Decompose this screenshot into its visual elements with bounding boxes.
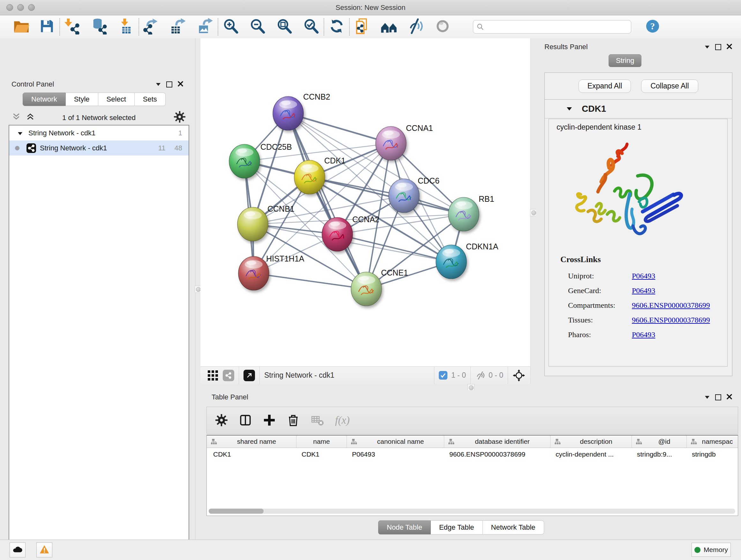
zoom-fit-button[interactable]	[275, 17, 293, 36]
node-CCNE1[interactable]	[351, 272, 382, 306]
node-CDC6[interactable]	[389, 179, 419, 212]
attribute-icon	[690, 438, 697, 445]
node-CCNA1[interactable]	[376, 126, 406, 160]
panel-float-icon[interactable]	[715, 44, 721, 50]
export-image-button[interactable]	[196, 17, 214, 36]
expand-collapse-bar: Expand All Collapse All	[544, 72, 732, 100]
attribute-icon	[636, 438, 642, 445]
node-HIST1H1A[interactable]	[239, 256, 269, 290]
crosslink-label: Compartments:	[568, 298, 632, 313]
panel-float-icon[interactable]	[166, 81, 172, 87]
export-network-button[interactable]	[142, 17, 161, 36]
zoom-in-button[interactable]	[221, 17, 240, 36]
network-view-share-icon[interactable]	[223, 370, 234, 381]
detach-view-icon[interactable]	[244, 370, 255, 381]
node-CDC25B[interactable]	[229, 144, 260, 178]
node-label: CDC25B	[260, 142, 292, 151]
memory-label: Memory	[704, 546, 728, 554]
column-header[interactable]: database identifier	[444, 435, 550, 448]
results-panel: Results Panel String Expand All Collapse…	[536, 38, 741, 384]
cloud-status-button[interactable]	[10, 543, 25, 557]
tab-network[interactable]: Network	[23, 92, 66, 106]
node-CCNB1[interactable]	[238, 207, 268, 241]
tab-style[interactable]: Style	[66, 92, 98, 106]
search-field[interactable]	[473, 20, 631, 34]
scrollbar-thumb[interactable]	[209, 509, 264, 514]
edge[interactable]	[288, 113, 391, 143]
import-table-button[interactable]	[117, 17, 135, 36]
collapse-all-button[interactable]: Collapse All	[641, 79, 698, 93]
open-session-button[interactable]	[12, 17, 30, 36]
panel-close-icon[interactable]	[727, 44, 732, 51]
node-CCNB2[interactable]	[273, 97, 304, 130]
column-header[interactable]: namespac	[687, 435, 738, 448]
network-collection-row[interactable]: String Network - cdk1 1	[9, 125, 189, 140]
export-table-button[interactable]	[169, 17, 188, 36]
crosslink-link[interactable]: P06493	[632, 272, 655, 280]
expand-all-tree-icon[interactable]	[26, 112, 35, 122]
node-CDKN1A[interactable]	[436, 245, 467, 279]
tab-edge-table[interactable]: Edge Table	[431, 520, 483, 535]
column-header[interactable]: canonical name	[347, 435, 444, 448]
collapse-all-tree-icon[interactable]	[12, 112, 20, 122]
panel-menu-icon[interactable]	[704, 44, 710, 50]
table-row[interactable]: CDK1 CDK1 P06493 9606.ENSP00000378699 cy…	[207, 448, 738, 458]
refresh-button[interactable]	[327, 17, 346, 36]
crosslink-link[interactable]: 9606.ENSP00000378699	[632, 316, 710, 324]
zoom-selected-button[interactable]	[302, 17, 320, 36]
open-folder-icon	[13, 18, 30, 36]
import-network-database-button[interactable]	[90, 17, 109, 36]
search-input[interactable]	[487, 23, 628, 31]
column-header[interactable]: @id	[632, 435, 687, 448]
panel-close-icon[interactable]	[727, 394, 732, 401]
crosshair-icon[interactable]	[513, 369, 525, 382]
zoom-out-button[interactable]	[248, 17, 267, 36]
hidden-eye-slash-icon[interactable]	[475, 370, 485, 381]
crosslink-link[interactable]: 9606.ENSP00000378699	[632, 301, 710, 309]
string-network-graph[interactable]: CCNB2CCNA1CDC25BCDK1CDC6RB1CCNB1CCNA2CDK…	[200, 38, 530, 367]
panel-menu-icon[interactable]	[704, 395, 710, 400]
horizontal-scrollbar[interactable]	[209, 509, 735, 514]
column-header[interactable]: shared name	[207, 435, 296, 448]
network-options-gear-icon[interactable]	[174, 111, 186, 124]
grid-view-icon[interactable]	[207, 370, 218, 381]
memory-button[interactable]: Memory	[691, 543, 731, 557]
clipboard-share-button[interactable]	[353, 17, 372, 36]
tab-select[interactable]: Select	[98, 92, 135, 106]
save-session-button[interactable]	[38, 17, 56, 36]
node-RB1[interactable]	[448, 197, 479, 231]
column-header[interactable]: name	[296, 435, 347, 448]
collapse-section-icon[interactable]	[566, 107, 572, 111]
show-columns-icon[interactable]	[239, 414, 252, 427]
column-header[interactable]: description	[550, 435, 632, 448]
tab-node-table[interactable]: Node Table	[378, 520, 431, 535]
hide-unselected-button[interactable]	[407, 17, 425, 36]
tab-network-table[interactable]: Network Table	[483, 520, 544, 535]
node-CCNA2[interactable]	[322, 217, 353, 251]
crosslink-link[interactable]: P06493	[632, 330, 655, 339]
panel-close-icon[interactable]	[178, 81, 183, 88]
network-canvas[interactable]: CCNB2CCNA1CDC25BCDK1CDC6RB1CCNB1CCNA2CDK…	[200, 38, 530, 367]
panel-float-icon[interactable]	[715, 394, 721, 400]
network-row[interactable]: String Network - cdk1 11 48	[9, 140, 189, 155]
edge[interactable]	[254, 273, 366, 289]
tree-expand-icon[interactable]	[17, 129, 23, 137]
import-network-file-button[interactable]	[63, 17, 82, 36]
node-CDK1[interactable]	[294, 160, 325, 194]
warning-status-button[interactable]	[37, 543, 52, 557]
tab-string[interactable]: String	[609, 54, 642, 67]
selected-checkbox-icon[interactable]	[439, 371, 448, 380]
crosslink-link[interactable]: P06493	[632, 287, 655, 295]
home-pages-button[interactable]	[380, 17, 398, 36]
delete-column-icon[interactable]	[286, 414, 300, 427]
table-gear-icon[interactable]	[215, 414, 228, 427]
show-all-button[interactable]	[433, 17, 452, 36]
eye-slash-icon	[408, 18, 424, 36]
protein-structure-image[interactable]	[568, 141, 696, 248]
expand-all-button[interactable]: Expand All	[579, 79, 631, 93]
panel-menu-icon[interactable]	[156, 82, 161, 87]
help-button[interactable]: ?	[643, 17, 662, 36]
add-column-icon[interactable]	[263, 414, 276, 427]
node-label: CCNB1	[267, 204, 294, 213]
tab-sets[interactable]: Sets	[135, 92, 165, 106]
